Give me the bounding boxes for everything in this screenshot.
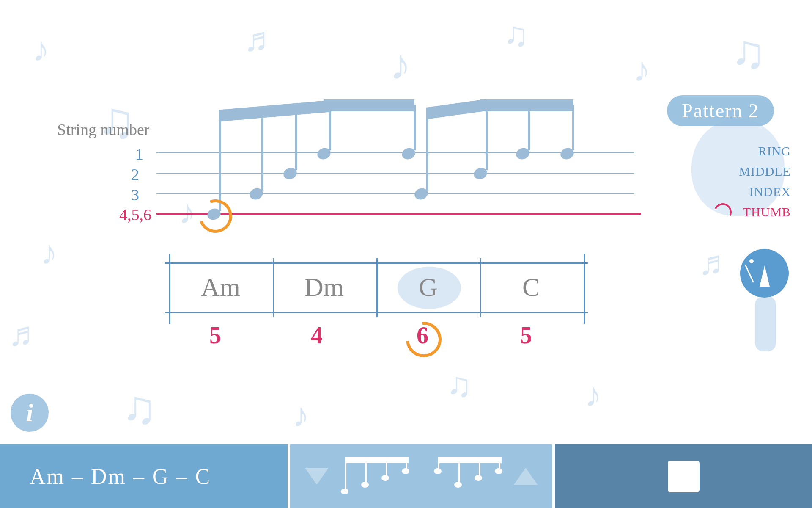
bass-string-4: 5 (520, 322, 532, 349)
finger-label-thumb: THUMB (743, 205, 791, 219)
bottom-toolbar: Am – Dm – G – C (0, 444, 812, 508)
metronome-icon (756, 260, 773, 287)
next-pattern-button[interactable] (514, 468, 538, 485)
staff-note-4 (317, 148, 331, 159)
staff-note-7 (474, 168, 487, 179)
chord-cell-3[interactable]: G (419, 272, 438, 302)
staff-note-5 (402, 148, 415, 159)
stop-button[interactable] (555, 444, 812, 508)
info-button[interactable]: i (11, 394, 49, 432)
bass-highlight-circle-icon (399, 315, 449, 364)
bass-string-2: 4 (311, 322, 323, 349)
beam-2 (324, 99, 414, 111)
pattern-selector[interactable] (290, 444, 552, 508)
staff-note-2 (250, 188, 263, 199)
string-number-heading: String number (57, 120, 149, 139)
pattern-preview-icon (341, 457, 502, 495)
stop-icon (668, 461, 700, 492)
bass-string-1: 5 (209, 322, 221, 349)
info-icon: i (26, 398, 33, 428)
finger-label-ring: RING (758, 144, 791, 158)
beam-3 (426, 99, 486, 119)
highlight-circle-icon (193, 194, 238, 238)
prev-pattern-button[interactable] (305, 468, 329, 485)
string-label-1: 1 (135, 145, 143, 163)
string-label-2: 2 (131, 165, 139, 184)
staff-note-1 (207, 209, 221, 220)
string-label-3: 3 (131, 185, 139, 204)
metronome-stand (755, 296, 776, 351)
staff-note-8b (516, 148, 529, 159)
staff-note-8 (560, 148, 574, 159)
staff-note-6 (414, 188, 428, 199)
metronome-button[interactable] (740, 249, 789, 298)
finger-label-index: INDEX (749, 185, 791, 199)
staff-note-3 (283, 168, 297, 179)
string-label-456: 4,5,6 (119, 205, 151, 224)
chord-progression-grid: Am Dm G C (169, 262, 584, 313)
beam-4 (480, 99, 573, 111)
chord-cell-2[interactable]: Dm (304, 272, 344, 302)
fingerpicking-staff (156, 152, 634, 222)
chord-cell-1[interactable]: Am (201, 272, 240, 302)
chord-sequence-display[interactable]: Am – Dm – G – C (0, 444, 288, 508)
chord-cell-4[interactable]: C (522, 272, 540, 302)
beam-1 (219, 100, 331, 121)
finger-label-middle: MIDDLE (739, 164, 791, 179)
